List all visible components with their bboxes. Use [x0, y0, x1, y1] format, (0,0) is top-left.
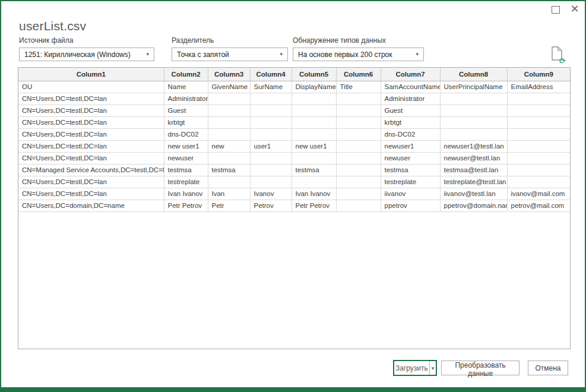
chevron-down-icon: ▾ — [416, 48, 423, 61]
table-cell — [250, 93, 292, 105]
table-cell — [292, 116, 336, 128]
column-header[interactable]: Column5 — [292, 68, 336, 81]
table-cell: newuser — [164, 152, 208, 164]
table-cell — [336, 200, 381, 211]
table-cell — [292, 105, 336, 116]
table-cell — [208, 152, 250, 164]
table-cell: Petrov — [250, 200, 292, 211]
table-cell: testmsa@testl.lan — [440, 164, 507, 176]
table-cell — [208, 105, 250, 116]
csv-import-dialog: ✕ userList.csv Источник файла 1251: Кири… — [0, 0, 586, 392]
table-cell: iivanov@testl.lan — [440, 188, 507, 200]
load-dropdown-arrow[interactable]: ▾ — [429, 361, 436, 375]
table-row: CN=Users,DC=testl,DC=lanAdministrator Ad… — [18, 93, 570, 105]
table-cell — [336, 128, 381, 140]
table-cell: newuser1@testl.lan — [440, 140, 507, 152]
table-cell — [208, 93, 250, 105]
table-cell — [507, 116, 570, 128]
load-button[interactable]: Загрузить — [394, 361, 429, 375]
table-cell — [336, 116, 381, 128]
table-cell: testmsa — [164, 164, 208, 176]
table-cell — [507, 128, 570, 140]
table-row: CN=Users,DC=testl,DC=landns-DC02 dns-DC0… — [18, 128, 570, 140]
table-row: CN=Users,DC=testl,DC=lanGuest Guest — [18, 105, 570, 116]
table-cell: CN=Managed Service Accounts,DC=testl,DC=… — [18, 164, 164, 176]
table-cell — [507, 152, 570, 164]
table-cell — [250, 105, 292, 116]
table-cell — [336, 105, 381, 116]
table-cell — [336, 152, 381, 164]
table-cell: GivenName — [208, 81, 250, 93]
file-origin-value: 1251: Кириллическая (Windows) — [24, 50, 131, 59]
table-cell: CN=Users,DC=domain,DC=name — [18, 200, 164, 211]
table-cell: testreplate — [381, 176, 440, 188]
column-header[interactable]: Column9 — [507, 68, 570, 81]
column-header[interactable]: Column4 — [250, 68, 292, 81]
refresh-icon: ⟳ — [559, 57, 566, 65]
table-cell: newuser1 — [381, 140, 440, 152]
delimiter-value: Точка с запятой — [177, 50, 229, 59]
preview-table-container: Column1Column2Column3Column4Column5Colum… — [18, 67, 571, 349]
table-cell — [440, 93, 507, 105]
column-header[interactable]: Column6 — [336, 68, 381, 81]
table-cell — [292, 93, 336, 105]
table-row: CN=Users,DC=testl,DC=lantestreplate test… — [18, 176, 570, 188]
column-header[interactable]: Column7 — [381, 68, 440, 81]
type-detection-label: Обнаружение типов данных — [293, 36, 424, 45]
column-header[interactable]: Column1 — [18, 68, 164, 81]
table-cell: Title — [336, 81, 381, 93]
table-cell: DisplayName — [292, 81, 336, 93]
table-cell — [250, 176, 292, 188]
transform-data-button[interactable]: Преобразовать данные — [441, 361, 520, 375]
table-row: CN=Users,DC=testl,DC=lankrbtgt krbtgt — [18, 116, 570, 128]
table-cell: CN=Users,DC=testl,DC=lan — [18, 140, 164, 152]
table-cell — [208, 116, 250, 128]
table-cell — [507, 93, 570, 105]
cancel-button[interactable]: Отмена — [528, 361, 568, 375]
column-header[interactable]: Column2 — [164, 68, 208, 81]
file-origin-group: Источник файла 1251: Кириллическая (Wind… — [19, 36, 154, 61]
table-cell: krbtgt — [381, 116, 440, 128]
table-cell — [336, 188, 381, 200]
page-title: userList.csv — [19, 19, 86, 33]
table-cell — [507, 176, 570, 188]
file-origin-dropdown[interactable]: 1251: Кириллическая (Windows) ▾ — [19, 48, 154, 61]
column-header[interactable]: Column8 — [440, 68, 507, 81]
maximize-button[interactable] — [552, 6, 560, 14]
delimiter-dropdown[interactable]: Точка с запятой ▾ — [172, 48, 288, 61]
type-detection-value: На основе первых 200 строк — [298, 50, 392, 59]
table-cell: Administrator — [381, 93, 440, 105]
table-cell — [208, 176, 250, 188]
table-row: CN=Users,DC=testl,DC=lannew user1newuser… — [18, 140, 570, 152]
table-cell: petrov@mail.com — [507, 200, 570, 211]
table-row: CN=Users,DC=domain,DC=namePetr PetrovPet… — [18, 200, 570, 211]
table-cell — [250, 116, 292, 128]
table-cell: testmsa — [208, 164, 250, 176]
table-cell: ivanov@mail.com — [507, 188, 570, 200]
type-detection-dropdown[interactable]: На основе первых 200 строк ▾ — [293, 48, 424, 61]
table-cell: CN=Users,DC=testl,DC=lan — [18, 176, 164, 188]
table-cell: iivanov — [381, 188, 440, 200]
table-row: CN=Users,DC=testl,DC=lanIvan IvanovIvanI… — [18, 188, 570, 200]
table-cell: testmsa — [292, 164, 336, 176]
table-cell: OU — [18, 81, 164, 93]
close-button[interactable]: ✕ — [568, 2, 581, 16]
table-cell: Ivan — [208, 188, 250, 200]
table-cell: Ivanov — [250, 188, 292, 200]
table-cell: CN=Users,DC=testl,DC=lan — [18, 116, 164, 128]
table-cell: new user1 — [292, 140, 336, 152]
refresh-preview-button[interactable]: ⟳ — [550, 46, 566, 64]
table-cell — [336, 93, 381, 105]
table-cell: SamAccountName — [381, 81, 440, 93]
table-cell: SurName — [250, 81, 292, 93]
table-cell: newuser — [381, 152, 440, 164]
preview-table-body: OUNameGivenNameSurNameDisplayNameTitleSa… — [18, 81, 570, 211]
preview-table-head: Column1Column2Column3Column4Column5Colum… — [18, 68, 570, 81]
table-cell: testmsa — [381, 164, 440, 176]
column-header[interactable]: Column3 — [208, 68, 250, 81]
table-cell — [336, 164, 381, 176]
table-cell: krbtgt — [164, 116, 208, 128]
table-cell: Guest — [164, 105, 208, 116]
table-row: OUNameGivenNameSurNameDisplayNameTitleSa… — [18, 81, 570, 93]
load-split-button[interactable]: Загрузить ▾ — [393, 360, 437, 376]
